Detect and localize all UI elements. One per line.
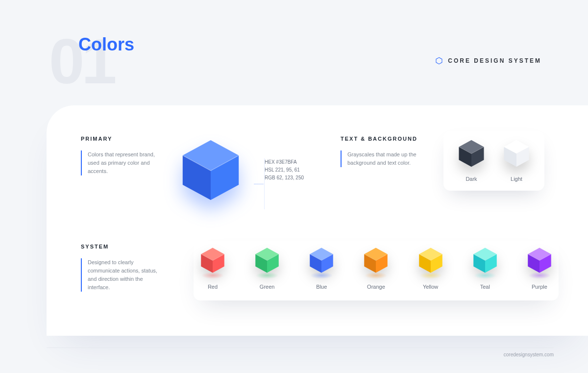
- swatch-label: Orange: [367, 284, 385, 290]
- swatch-label: Teal: [480, 284, 490, 290]
- text-background-section: TEXT & BACKGROUND Grayscales that made u…: [341, 136, 544, 191]
- primary-description: Colors that represent brand, used as pri…: [81, 150, 164, 175]
- cube-icon: [502, 138, 531, 169]
- swatch-green: Green: [254, 246, 280, 290]
- system-section: SYSTEM Designed to clearly communicate a…: [81, 244, 559, 300]
- cube-icon: [179, 136, 243, 204]
- swatch-dark: Dark: [457, 138, 486, 182]
- cube-icon: [526, 246, 553, 275]
- svg-marker-3: [436, 57, 442, 64]
- primary-rgb: RGB 62, 123, 250: [265, 174, 304, 182]
- swatch-blue: Blue: [308, 246, 335, 290]
- cube-icon: [199, 246, 226, 275]
- swatch-label: Yellow: [423, 284, 438, 290]
- primary-section: PRIMARY Colors that represent brand, use…: [81, 136, 336, 209]
- hexagon-icon: [435, 57, 443, 65]
- system-swatches: Red Green Blue Orange: [194, 241, 559, 300]
- brand-label: CORE DESIGN SYSTEM: [448, 57, 541, 64]
- swatch-red: Red: [199, 246, 226, 290]
- swatch-label: Red: [208, 284, 218, 290]
- cube-icon: [308, 246, 335, 275]
- swatch-teal: Teal: [472, 246, 498, 290]
- cube-icon: [472, 246, 498, 275]
- text-background-swatches: Dark Light: [443, 131, 544, 191]
- cube-icon: [417, 246, 444, 275]
- swatch-label: Light: [511, 176, 522, 182]
- swatch-label: Blue: [316, 284, 327, 290]
- swatch-orange: Orange: [363, 246, 389, 290]
- page-footer: coredesignsystem.com: [47, 348, 554, 357]
- cube-icon: [457, 138, 486, 169]
- primary-hex: HEX #3E7BFA: [265, 158, 304, 166]
- system-description: Designed to clearly communicate actions,…: [81, 258, 164, 292]
- primary-label: PRIMARY: [81, 136, 179, 142]
- swatch-label: Purple: [532, 284, 547, 290]
- primary-color-meta: HEX #3E7BFA HSL 221, 95, 61 RGB 62, 123,…: [264, 158, 304, 209]
- swatch-label: Green: [260, 284, 275, 290]
- swatch-purple: Purple: [526, 246, 553, 290]
- text-background-description: Grayscales that made up the background a…: [341, 150, 424, 167]
- primary-hsl: HSL 221, 95, 61: [265, 166, 304, 174]
- primary-cube: [179, 136, 257, 209]
- content-card: PRIMARY Colors that represent brand, use…: [47, 105, 588, 336]
- brand-badge: CORE DESIGN SYSTEM: [435, 57, 541, 65]
- swatch-light: Light: [502, 138, 531, 182]
- footer-url: coredesignsystem.com: [504, 352, 554, 357]
- page-title: Colors: [78, 34, 588, 55]
- text-background-label: TEXT & BACKGROUND: [341, 136, 443, 142]
- page-header: 01 Colors CORE DESIGN SYSTEM: [0, 0, 588, 98]
- system-label: SYSTEM: [81, 244, 179, 249]
- cube-icon: [254, 246, 280, 275]
- cube-icon: [363, 246, 389, 275]
- swatch-yellow: Yellow: [417, 246, 444, 290]
- swatch-label: Dark: [466, 176, 477, 182]
